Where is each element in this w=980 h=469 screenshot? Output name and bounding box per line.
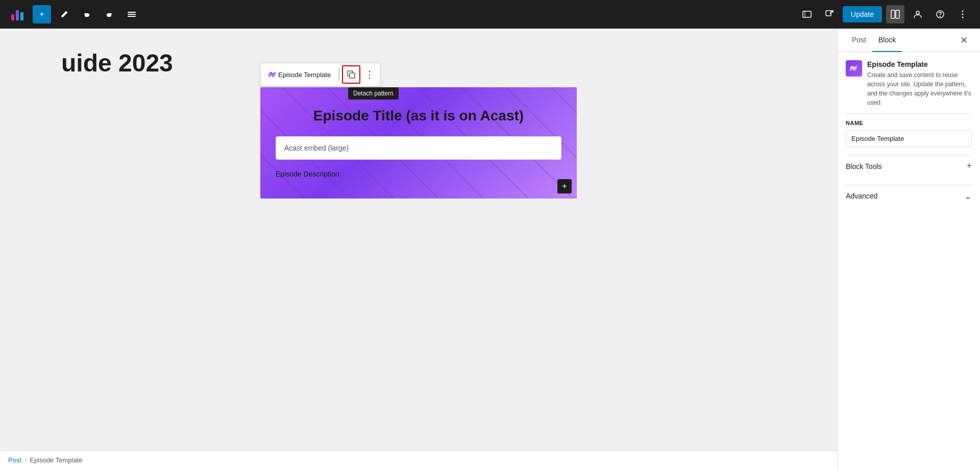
svg-rect-10 bbox=[896, 10, 899, 18]
name-input[interactable] bbox=[846, 130, 972, 147]
svg-rect-1 bbox=[16, 10, 19, 20]
svg-rect-0 bbox=[11, 14, 14, 20]
acast-embed-box[interactable]: Acast embed (large) bbox=[276, 136, 561, 160]
svg-rect-3 bbox=[128, 12, 136, 13]
block-type-icon bbox=[846, 60, 862, 77]
toolbar-right: Update bbox=[798, 5, 972, 23]
help-icon bbox=[936, 10, 945, 19]
svg-rect-2 bbox=[20, 12, 23, 20]
svg-rect-4 bbox=[128, 14, 136, 15]
block-tools-title: Block Tools bbox=[846, 162, 882, 170]
block-wrapper: Episode Template ⋮ Detach p bbox=[260, 87, 577, 199]
undo-button[interactable] bbox=[78, 5, 96, 23]
user-icon bbox=[913, 10, 922, 19]
block-type-description: Create and save content to reuse across … bbox=[867, 70, 972, 107]
block-tools-section: Block Tools + bbox=[846, 155, 972, 177]
drag-handle bbox=[338, 68, 340, 81]
block-type-info: Episode Template Create and save content… bbox=[867, 60, 972, 107]
block-pattern-icon bbox=[849, 64, 859, 73]
block-tools-add-button[interactable]: + bbox=[966, 161, 972, 171]
episode-title-text: Episode Title (as it is on Acast) bbox=[276, 108, 561, 124]
block-type-row: Episode Template Create and save content… bbox=[846, 60, 972, 107]
advanced-header[interactable]: Advanced ⌄ bbox=[846, 185, 972, 207]
more-options-button[interactable] bbox=[953, 5, 972, 23]
external-link-icon bbox=[825, 10, 834, 19]
svg-point-11 bbox=[916, 11, 919, 14]
preview-button[interactable] bbox=[798, 5, 816, 23]
update-button[interactable]: Update bbox=[843, 6, 882, 22]
pattern-type-button[interactable]: Episode Template bbox=[263, 67, 336, 82]
add-block-inside-button[interactable]: + bbox=[557, 179, 572, 193]
add-block-button[interactable]: + bbox=[33, 5, 51, 23]
block-toolbar: Episode Template ⋮ bbox=[260, 63, 380, 86]
svg-rect-5 bbox=[128, 16, 136, 17]
help-button[interactable] bbox=[931, 5, 949, 23]
right-panel: Post Block ✕ Episode Template Create and… bbox=[837, 29, 980, 469]
menu-icon bbox=[128, 10, 136, 18]
edit-icon bbox=[60, 10, 68, 18]
advanced-section: Advanced ⌄ bbox=[846, 185, 972, 207]
name-field-group: NAME bbox=[846, 120, 972, 147]
detach-tooltip: Detach pattern bbox=[348, 87, 399, 100]
undo-icon bbox=[83, 10, 91, 18]
svg-point-16 bbox=[962, 17, 964, 18]
user-button[interactable] bbox=[909, 5, 927, 23]
episode-description-text: Episode Description: bbox=[276, 170, 561, 178]
preview-icon bbox=[802, 10, 812, 19]
panel-close-button[interactable]: ✕ bbox=[955, 32, 972, 48]
panel-content: Episode Template Create and save content… bbox=[838, 52, 980, 469]
app-logo bbox=[8, 5, 27, 23]
redo-button[interactable] bbox=[100, 5, 118, 23]
logo-svg bbox=[10, 7, 24, 21]
breadcrumb-separator: › bbox=[24, 456, 27, 464]
tab-post[interactable]: Post bbox=[846, 29, 872, 52]
pattern-block[interactable]: Episode Title (as it is on Acast) Acast … bbox=[260, 87, 577, 199]
svg-point-13 bbox=[940, 16, 941, 17]
advanced-toggle-button[interactable]: ⌄ bbox=[964, 190, 972, 202]
panel-tabs: Post Block ✕ bbox=[838, 29, 980, 52]
breadcrumb-template-label: Episode Template bbox=[30, 456, 82, 464]
breadcrumb-bar: Post › Episode Template bbox=[0, 451, 837, 469]
detach-icon bbox=[347, 70, 355, 79]
svg-point-15 bbox=[962, 14, 964, 15]
view-in-new-button[interactable] bbox=[820, 5, 839, 23]
block-type-name: Episode Template bbox=[867, 60, 972, 68]
name-field-label: NAME bbox=[846, 120, 972, 126]
menu-button[interactable] bbox=[122, 5, 141, 23]
panel-divider-1 bbox=[846, 113, 972, 114]
block-more-button[interactable]: ⋮ bbox=[361, 66, 378, 83]
pattern-label: Episode Template bbox=[278, 71, 331, 79]
advanced-title: Advanced bbox=[846, 192, 877, 200]
top-toolbar: + bbox=[0, 0, 980, 29]
redo-icon bbox=[105, 10, 113, 18]
breadcrumb-post-link[interactable]: Post bbox=[8, 456, 21, 464]
detach-pattern-button[interactable] bbox=[342, 65, 360, 84]
editor-mode-icon bbox=[891, 10, 900, 19]
svg-point-14 bbox=[962, 11, 964, 12]
svg-rect-6 bbox=[803, 11, 811, 17]
editor-area[interactable]: uide 2023 Episode Template bbox=[0, 29, 837, 469]
editor-content: uide 2023 Episode Template bbox=[0, 29, 837, 451]
svg-rect-9 bbox=[891, 10, 895, 18]
main-layout: uide 2023 Episode Template bbox=[0, 29, 980, 469]
tab-block[interactable]: Block bbox=[872, 29, 902, 52]
editor-mode-button[interactable] bbox=[886, 5, 904, 23]
page-title: uide 2023 bbox=[61, 49, 173, 77]
edit-button[interactable] bbox=[55, 5, 74, 23]
acast-embed-text: Acast embed (large) bbox=[284, 144, 349, 152]
svg-rect-18 bbox=[350, 73, 355, 78]
more-icon bbox=[958, 10, 967, 19]
block-tools-header[interactable]: Block Tools + bbox=[846, 155, 972, 177]
pattern-icon bbox=[268, 70, 276, 79]
